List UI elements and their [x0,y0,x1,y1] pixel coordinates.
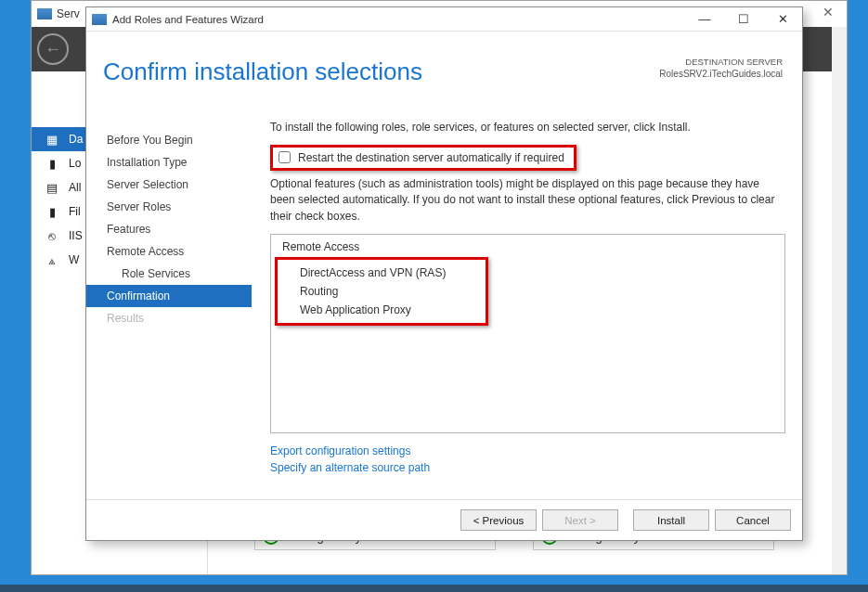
feature-group-title: Remote Access [280,240,775,253]
restart-checkbox[interactable] [279,151,291,163]
feature-web-app-proxy: Web Application Proxy [300,301,482,319]
close-button[interactable]: ✕ [763,7,802,31]
wizard-page-title: Confirm installation selections [103,58,422,86]
wizard-nav: Before You Begin Installation Type Serve… [103,120,252,499]
restart-checkbox-row: Restart the destination server automatic… [270,145,577,171]
nav-before-you-begin[interactable]: Before You Begin [103,129,252,151]
highlighted-features: DirectAccess and VPN (RAS) Routing Web A… [275,257,488,326]
iis-icon: ⎋ [45,229,59,242]
optional-text: Optional features (such as administratio… [270,176,785,225]
file-icon: ▮ [45,205,59,218]
nav-remote-access[interactable]: Remote Access [103,240,252,263]
nav-results: Results [103,307,252,329]
destination-server-info: DESTINATION SERVER RolesSRV2.iTechGuides… [659,56,783,81]
export-config-link[interactable]: Export configuration settings [270,443,785,459]
minimize-button[interactable]: — [685,7,724,31]
instruction-text: To install the following roles, role ser… [270,120,785,135]
dest-server-name: RolesSRV2.iTechGuides.local [659,68,783,81]
add-roles-wizard-dialog: Add Roles and Features Wizard — ☐ ✕ Conf… [85,6,803,541]
dest-label: DESTINATION SERVER [659,56,783,68]
nav-server-roles[interactable]: Server Roles [103,196,252,218]
wizard-window-title: Add Roles and Features Wizard [112,14,264,25]
back-button[interactable]: ← [37,33,69,65]
nav-features[interactable]: Features [103,218,252,240]
wsus-icon: ⟁ [45,253,59,266]
feature-directaccess: DirectAccess and VPN (RAS) [300,264,482,282]
sidebar-label: Da [69,133,83,146]
dashboard-icon: ▦ [45,133,59,146]
install-button[interactable]: Install [633,509,709,531]
alternate-source-link[interactable]: Specify an alternate source path [270,459,785,476]
nav-confirmation[interactable]: Confirmation [86,285,252,307]
wizard-main: To install the following roles, role ser… [270,120,785,499]
local-icon: ▮ [45,157,59,170]
wizard-header: Confirm installation selections DESTINAT… [86,32,802,110]
window-controls: — ☐ ✕ [685,7,802,31]
links-area: Export configuration settings Specify an… [270,443,785,476]
sidebar-label: Lo [69,157,81,170]
sidebar-label: Fil [69,205,81,218]
nav-installation-type[interactable]: Installation Type [103,151,252,174]
nav-server-selection[interactable]: Server Selection [103,174,252,196]
maximize-button[interactable]: ☐ [724,7,763,31]
bg-close-button[interactable]: ✕ [810,1,847,25]
taskbar[interactable] [0,585,868,592]
nav-role-services[interactable]: Role Services [103,263,252,285]
previous-button[interactable]: < Previous [460,509,537,531]
all-icon: ▤ [45,181,59,194]
sidebar-label: IIS [69,229,83,242]
cancel-button[interactable]: Cancel [715,509,791,531]
next-button: Next > [542,509,618,531]
wizard-body: Before You Begin Installation Type Serve… [86,110,802,499]
sidebar-label: All [69,181,81,194]
selected-features-box: Remote Access DirectAccess and VPN (RAS)… [270,234,785,433]
scrollbar[interactable] [832,27,847,574]
wizard-titlebar: Add Roles and Features Wizard — ☐ ✕ [86,7,802,32]
wizard-icon [92,14,107,25]
feature-routing: Routing [300,282,482,301]
restart-label: Restart the destination server automatic… [298,151,564,164]
bg-title: Serv [57,7,80,20]
sidebar-label: W [69,253,79,266]
server-manager-icon [37,8,52,19]
wizard-footer: < Previous Next > Install Cancel [86,499,802,540]
